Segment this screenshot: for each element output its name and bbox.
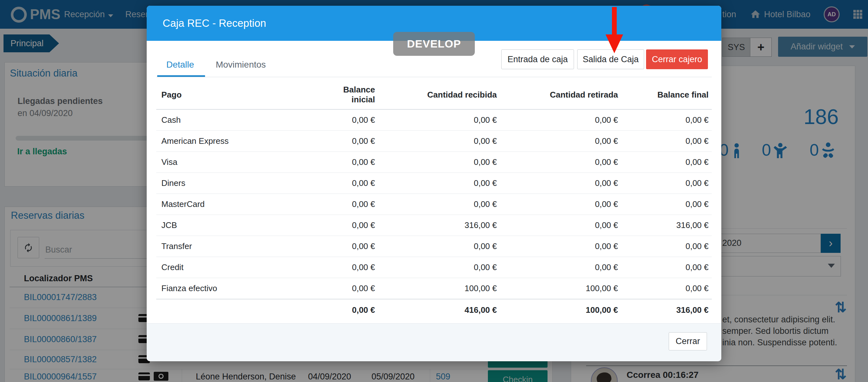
modal-footer: Cerrar <box>147 323 721 361</box>
table-row: Visa0,00 €0,00 €0,00 €0,00 € <box>156 152 712 173</box>
caja-modal: Caja REC - Reception Detalle Movimientos… <box>147 6 721 361</box>
table-row: American Express0,00 €0,00 €0,00 €0,00 € <box>156 131 712 152</box>
table-row: Diners0,00 €0,00 €0,00 €0,00 € <box>156 173 712 194</box>
table-row: Credit0,00 €0,00 €0,00 €0,00 € <box>156 257 712 278</box>
col-balance-final: Balance final <box>621 81 712 109</box>
develop-ribbon: DEVELOP <box>393 32 475 56</box>
table-row: Transfer0,00 €0,00 €0,00 €0,00 € <box>156 236 712 257</box>
tab-movimientos[interactable]: Movimientos <box>209 54 273 75</box>
table-row: Cash0,00 €0,00 €0,00 €0,00 € <box>156 109 712 131</box>
table-row: Fianza efectivo0,00 €100,00 €100,00 €0,0… <box>156 278 712 299</box>
entrada-de-caja-button[interactable]: Entrada de caja <box>501 50 574 69</box>
pointer-arrow-icon <box>603 5 627 56</box>
cerrar-button[interactable]: Cerrar <box>669 332 707 350</box>
table-row: MasterCard0,00 €0,00 €0,00 €0,00 € <box>156 194 712 215</box>
table-row: JCB0,00 €316,00 €0,00 €316,00 € <box>156 215 712 236</box>
cerrar-cajero-button[interactable]: Cerrar cajero <box>646 50 708 69</box>
col-pago: Pago <box>156 81 316 109</box>
tab-detalle[interactable]: Detalle <box>156 54 204 75</box>
tabs-border <box>156 77 712 77</box>
col-balance-inicial: Balance inicial <box>316 81 378 109</box>
col-cantidad-retirada: Cantidad retirada <box>500 81 621 109</box>
caja-table: Pago Balance inicial Cantidad recibida C… <box>156 81 712 321</box>
app-root: u PMS Recepción Reser tion Hotel Bilbao … <box>0 0 868 382</box>
table-totals-row: 0,00 €416,00 €100,00 €316,00 € <box>156 299 712 321</box>
modal-title: Caja REC - Reception <box>163 6 266 41</box>
col-cantidad-recibida: Cantidad recibida <box>378 81 500 109</box>
table-header-row: Pago Balance inicial Cantidad recibida C… <box>156 81 712 109</box>
